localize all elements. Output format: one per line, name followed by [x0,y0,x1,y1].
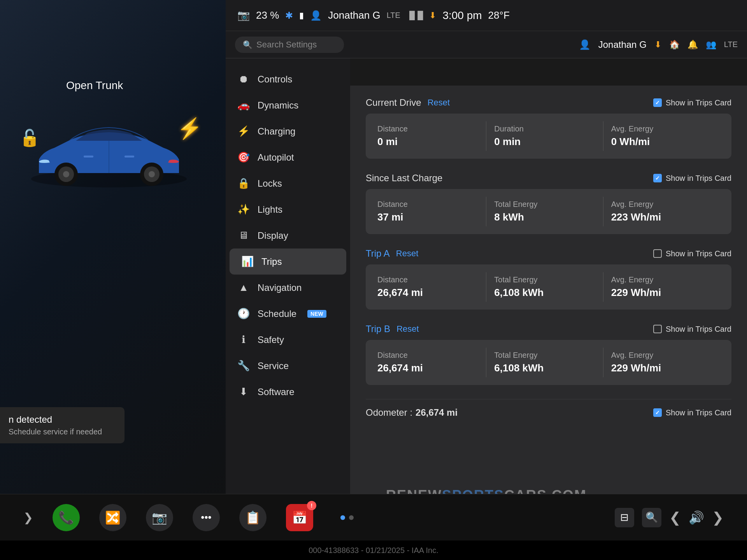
taskbar-calendar-red-icon[interactable]: 📅 ! [286,504,313,531]
trips-icon: 📊 [241,256,254,268]
safety-label: Safety [258,334,284,345]
sidebar-item-controls[interactable]: ⏺ Controls [226,66,350,92]
taskbar-more-icon[interactable]: ••• [193,504,220,531]
since-last-charge-distance-value: 37 mi [377,211,478,223]
since-last-charge-avg-energy-label: Avg. Energy [611,200,712,209]
sidebar-item-locks[interactable]: 🔒 Locks [226,170,350,196]
trip-b-avg-energy-value: 229 Wh/mi [611,362,712,374]
since-last-charge-show-trips[interactable]: Show in Trips Card [653,174,731,183]
sidebar-item-charging[interactable]: ⚡ Charging [226,118,350,144]
trip-b-avg-energy-label: Avg. Energy [611,351,712,360]
camera-icon: 📷 [237,9,250,21]
current-drive-distance: Distance 0 mi [377,121,486,151]
lights-label: Lights [258,204,282,215]
taskbar-phone-icon[interactable]: 📞 [53,504,80,531]
odometer-show-trips-label: Show in Trips Card [666,408,731,417]
sidebar-item-schedule[interactable]: 🕐 Schedule NEW [226,301,350,327]
trip-a-show-trips[interactable]: Show in Trips Card [653,249,731,258]
sidebar-item-dynamics[interactable]: 🚗 Dynamics [226,92,350,118]
trip-a-checkbox[interactable] [653,249,662,258]
taskbar-left: ❯ [23,511,33,524]
battery-icon: ▮ [299,10,304,21]
current-drive-show-trips[interactable]: Show in Trips Card [653,98,731,107]
taskbar-back-arrow[interactable]: ❮ [669,509,681,526]
search-bottom-icon: 🔍 [645,511,658,523]
since-last-charge-distance-label: Distance [377,200,478,209]
trip-a-reset-button[interactable]: Reset [396,248,418,259]
header-bar: 🔍 Search Settings 👤 Jonathan G ⬇ 🏠 🔔 👥 L… [226,31,747,58]
taskbar-search-icon[interactable]: 🔍 [642,508,661,527]
current-drive-section: Current Drive Reset Show in Trips Card D… [366,97,731,159]
sidebar-item-autopilot[interactable]: 🎯 Autopilot [226,144,350,170]
current-drive-reset-button[interactable]: Reset [428,98,450,108]
header-download-icon: ⬇ [654,40,661,50]
svg-rect-8 [84,156,93,158]
current-drive-energy-label: Avg. Energy [611,124,712,133]
current-drive-checkbox[interactable] [653,98,662,107]
trip-a-header: Trip A Reset Show in Trips Card [366,248,731,259]
bluetooth-icon: ✱ [285,10,293,21]
current-drive-header: Current Drive Reset Show in Trips Card [366,97,731,108]
odometer-show-trips[interactable]: Show in Trips Card [653,408,731,417]
trip-b-checkbox[interactable] [653,325,662,333]
trip-b-show-trips[interactable]: Show in Trips Card [653,325,731,334]
taskbar-chevron-left[interactable]: ❯ [23,511,33,524]
service-icon: 🔧 [237,360,250,372]
trip-a-energy-value: 6,108 kWh [494,287,595,299]
trip-b-section: Trip B Reset Show in Trips Card Distance… [366,324,731,385]
trip-b-title: Trip B [366,324,390,334]
volume-icon: 🔊 [689,510,704,525]
taskbar-controls-icon[interactable]: ⊟ [615,508,634,527]
current-drive-show-trips-label: Show in Trips Card [666,98,731,107]
display-label: Display [258,230,288,241]
sidebar-item-navigation[interactable]: ▲ Navigation [226,275,350,301]
notification-panel: n detected Schedule service if needed [0,407,124,443]
svg-point-7 [149,171,155,177]
header-bell-icon: 🔔 [687,40,698,50]
driver-name-status: Jonathan G [328,9,380,21]
header-lte-icon: LTE [724,40,738,49]
navigation-icon: ▲ [237,282,250,294]
taskbar-camera-icon[interactable]: 📷 [146,504,173,531]
dynamics-icon: 🚗 [237,99,250,111]
new-badge: NEW [307,310,326,318]
notification-line2: Schedule service if needed [9,427,116,436]
sidebar-item-display[interactable]: 🖥 Display [226,222,350,248]
trip-b-energy-label: Total Energy [494,351,595,360]
status-bar-left: 📷 23 % ✱ ▮ 👤 Jonathan G LTE ▐▌█ ⬇ 3:00 p… [237,9,735,22]
search-area[interactable]: 🔍 Search Settings [235,37,344,53]
taskbar-shuffle-icon[interactable]: 🔀 [99,504,126,531]
trip-b-reset-button[interactable]: Reset [396,324,419,334]
safety-icon: ℹ [237,334,250,346]
odometer-checkbox[interactable] [653,408,662,417]
header-right: 👤 Jonathan G ⬇ 🏠 🔔 👥 LTE [579,39,738,50]
sidebar-item-lights[interactable]: ✨ Lights [226,196,350,222]
signal-icon: ▐▌█ [407,11,423,20]
taskbar: ❯ 📞 🔀 📷 ••• 📋 📅 ! ⊟ 🔍 ❮ 🔊 ❯ [0,494,747,541]
controls-icon: ⏺ [237,73,250,85]
trip-a-energy-label: Total Energy [494,275,595,284]
since-last-charge-checkbox[interactable] [653,174,662,182]
sidebar-item-trips[interactable]: 📊 Trips [230,248,346,275]
trip-a-show-trips-label: Show in Trips Card [666,249,731,258]
sidebar-item-safety[interactable]: ℹ Safety [226,327,350,353]
right-panel: Current Drive Reset Show in Trips Card D… [350,86,747,506]
trip-b-show-trips-label: Show in Trips Card [666,325,731,334]
sidebar-item-service[interactable]: 🔧 Service [226,353,350,379]
since-last-charge-show-trips-label: Show in Trips Card [666,174,731,183]
taskbar-notes-icon[interactable]: 📋 [239,504,267,531]
sidebar-item-software[interactable]: ⬇ Software [226,379,350,405]
svg-rect-9 [124,156,134,158]
taskbar-right: ⊟ 🔍 ❮ 🔊 ❯ [615,508,724,527]
schedule-label: Schedule [258,308,296,319]
current-drive-duration-label: Duration [494,124,595,133]
open-trunk-label[interactable]: Open Trunk [66,78,123,93]
current-drive-header-left: Current Drive Reset [366,97,450,108]
header-driver-icon: 👤 [579,39,591,50]
trip-b-header-left: Trip B Reset [366,324,419,334]
software-label: Software [258,387,295,397]
navigation-label: Navigation [258,282,302,293]
since-last-charge-section: Since Last Charge Show in Trips Card Dis… [366,173,731,234]
taskbar-forward-arrow[interactable]: ❯ [712,509,724,526]
lightning-bolt: ⚡ [177,117,202,140]
